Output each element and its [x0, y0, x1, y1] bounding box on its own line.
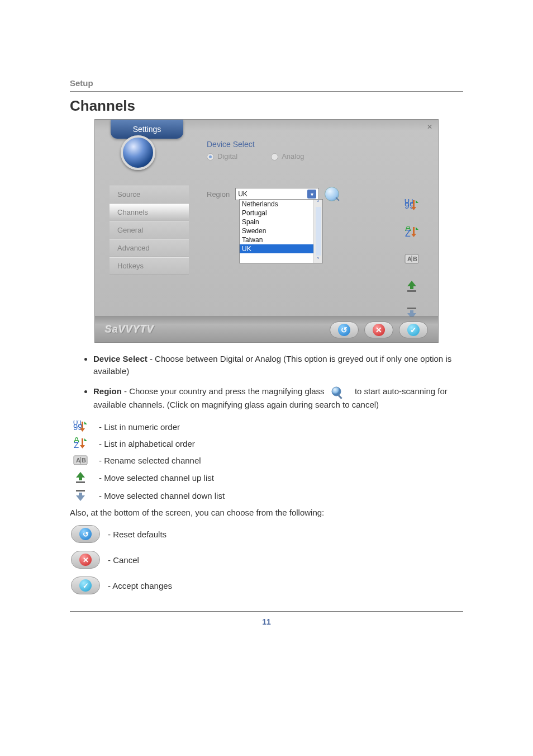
sort-alpha-icon	[71, 437, 90, 450]
sidebar-item-advanced[interactable]: Advanced	[110, 239, 189, 257]
sidebar-item-hotkeys[interactable]: Hotkeys	[110, 257, 189, 275]
legend-accept: ✓ - Accept changes	[70, 577, 463, 594]
legend-cancel: ✕ - Cancel	[70, 551, 463, 569]
legend-numeric: - List in numeric order	[70, 420, 463, 433]
legend-move-up: - Move selected channel up list	[70, 471, 463, 484]
sort-alpha-button[interactable]	[402, 225, 421, 242]
sort-numeric-icon	[71, 420, 90, 433]
legend-text: - Cancel	[108, 555, 139, 565]
radio-icon	[271, 153, 278, 160]
bullet-region: Region - Choose your country and press t…	[93, 385, 463, 411]
accept-icon: ✓	[71, 577, 100, 594]
region-combobox[interactable]: UK ▾	[235, 188, 319, 200]
device-select-label: Device Select	[207, 140, 255, 149]
radio-analog[interactable]: Analog	[271, 152, 304, 160]
legend-move-down: - Move selected channel down list	[70, 489, 463, 502]
below-text: Also, at the bottom of the screen, you c…	[70, 508, 463, 517]
legend-text: - Move selected channel up list	[99, 473, 214, 483]
radio-icon	[207, 153, 214, 160]
close-icon[interactable]: ✕	[427, 123, 432, 131]
chevron-down-icon: ▾	[307, 190, 316, 199]
move-up-button[interactable]	[402, 278, 421, 295]
scroll-up-icon[interactable]: ˄	[317, 200, 320, 206]
move-up-icon	[71, 471, 90, 484]
reset-defaults-button[interactable]: ↺	[330, 322, 359, 338]
reset-defaults-icon: ↺	[71, 525, 100, 543]
region-value: UK	[238, 190, 248, 198]
rename-icon	[71, 454, 90, 466]
legend-text: - List in numeric order	[99, 422, 180, 432]
magnify-icon	[330, 385, 349, 399]
region-listbox[interactable]: Netherlands Portugal Spain Sweden Taiwan…	[239, 199, 323, 263]
settings-window: ✕ Settings Source Channels General Advan…	[94, 119, 439, 343]
sidebar-item-general[interactable]: General	[110, 221, 189, 239]
cancel-button[interactable]: ✕	[364, 322, 393, 338]
bullet-text: - Choose your country and press the magn…	[122, 386, 327, 396]
radio-digital-label: Digital	[217, 152, 237, 160]
check-icon: ✓	[407, 324, 420, 336]
radio-analog-label: Analog	[282, 152, 304, 160]
legend-text: - Reset defaults	[108, 530, 166, 539]
list-item[interactable]: Sweden	[240, 226, 322, 235]
bullet-bold: Region	[93, 386, 122, 396]
scrollbar[interactable]: ˄ ˅	[313, 200, 322, 263]
bullet-text: - Choose between Digital or Analog (This…	[93, 354, 451, 376]
help-bullets: Device Select - Choose between Digital o…	[70, 353, 463, 410]
move-down-icon	[71, 489, 90, 502]
settings-tab: Settings	[111, 120, 183, 139]
list-item[interactable]: Taiwan	[240, 235, 322, 244]
accept-button[interactable]: ✓	[399, 322, 428, 338]
rename-channel-button[interactable]	[402, 252, 421, 268]
legend-text: - Rename selected channel	[99, 456, 201, 465]
sidebar-item-channels[interactable]: Channels	[110, 204, 189, 221]
legend-text: - Move selected channel down list	[99, 491, 225, 500]
refresh-icon: ↺	[338, 324, 350, 336]
page-number: 11	[70, 611, 463, 626]
app-logo: SaVVYTV	[105, 324, 154, 336]
bullet-bold: Device Select	[93, 354, 147, 363]
sidebar-item-source[interactable]: Source	[110, 186, 189, 204]
legend-text: - List in alphabetical order	[99, 439, 195, 448]
legend-reset: ↺ - Reset defaults	[70, 525, 463, 543]
list-item[interactable]: Netherlands	[240, 200, 322, 209]
rule	[70, 91, 463, 92]
search-icon[interactable]	[325, 187, 339, 201]
list-item[interactable]: Spain	[240, 218, 322, 226]
legend-rename: - Rename selected channel	[70, 454, 463, 466]
sidebar: Source Channels General Advanced Hotkeys	[110, 186, 189, 275]
cancel-icon: ✕	[71, 551, 100, 569]
radio-digital[interactable]: Digital	[207, 152, 237, 160]
bullet-device-select: Device Select - Choose between Digital o…	[93, 353, 463, 377]
scroll-thumb[interactable]	[316, 207, 321, 256]
list-item[interactable]: Portugal	[240, 209, 322, 218]
legend-text: - Accept changes	[108, 581, 172, 590]
region-label: Region	[207, 190, 230, 199]
page-title: Channels	[70, 97, 463, 115]
scroll-down-icon[interactable]: ˅	[317, 257, 320, 263]
legend-alpha: - List in alphabetical order	[70, 437, 463, 450]
settings-orb-icon	[121, 135, 155, 170]
list-item[interactable]: UK	[240, 244, 322, 253]
close-icon: ✕	[373, 324, 385, 336]
setup-section-label: Setup	[70, 78, 463, 88]
sort-numeric-button[interactable]	[402, 198, 421, 215]
